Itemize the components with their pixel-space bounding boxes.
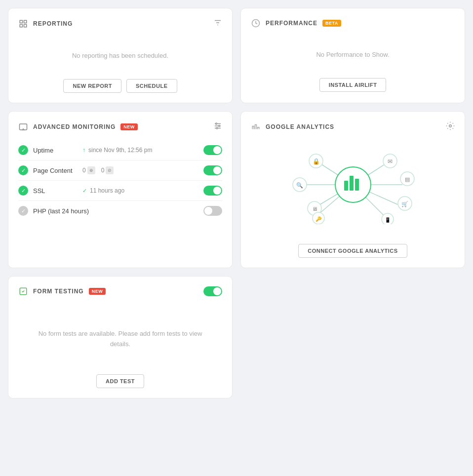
form-testing-title: FORM TESTING: [33, 288, 84, 295]
reporting-header: REPORTING: [18, 18, 222, 29]
uptime-label: Uptime: [33, 147, 82, 154]
analytics-gear-icon[interactable]: [446, 121, 455, 132]
svg-text:🔍: 🔍: [296, 182, 303, 189]
form-testing-btn-row: Add Test: [18, 374, 222, 388]
svg-text:📱: 📱: [385, 217, 391, 223]
uptime-toggle[interactable]: [203, 145, 222, 155]
analytics-diagram-svg: 🔒 ✉ ▤ 🛒 📱 🔍 🖥: [289, 145, 417, 224]
ssl-info: ✓ 11 hours ago: [82, 187, 203, 194]
php-label: PHP (last 24 hours): [33, 207, 89, 215]
ssl-check-icon: ✓: [82, 188, 87, 194]
ssl-toggle-knob: [213, 187, 221, 195]
svg-point-12: [216, 123, 217, 124]
form-testing-card: FORM TESTING NEW No form tests are avail…: [8, 276, 233, 398]
svg-text:🛒: 🛒: [401, 200, 408, 207]
page-content-toggle-knob: [213, 166, 221, 174]
page-content-count1: 0 ⊕: [82, 166, 95, 174]
analytics-header: GOOGLE ANALYTICS: [251, 121, 455, 132]
svg-point-15: [219, 125, 220, 127]
svg-point-18: [216, 127, 218, 129]
monitoring-settings-icon[interactable]: [213, 121, 222, 132]
form-testing-empty: No form tests are available. Please add …: [18, 304, 222, 364]
svg-text:🖥: 🖥: [312, 206, 317, 212]
svg-rect-2: [20, 25, 22, 27]
performance-btn-row: INSTALL AIRLIFT: [251, 78, 455, 92]
reporting-card: REPORTING No reporting has been schedule…: [8, 8, 233, 103]
analytics-diagram: 🔒 ✉ ▤ 🛒 📱 🔍 🖥: [251, 140, 455, 234]
form-testing-badge: NEW: [89, 288, 106, 295]
ssl-timestamp: 11 hours ago: [90, 187, 124, 194]
monitoring-icon: [18, 122, 28, 132]
performance-card: PERFORMANCE BETA No Performance to Show.…: [240, 8, 465, 103]
svg-rect-0: [20, 20, 22, 23]
page-content-status-icon: ✓: [18, 165, 28, 175]
svg-rect-30: [344, 181, 348, 191]
google-analytics-card: GOOGLE ANALYTICS: [240, 111, 465, 268]
svg-text:🔑: 🔑: [315, 216, 322, 222]
php-status-icon: ✓: [18, 206, 28, 216]
monitoring-badge: NEW: [120, 123, 138, 130]
svg-text:🔒: 🔒: [312, 158, 319, 165]
reporting-icon: [18, 19, 28, 29]
svg-rect-32: [355, 179, 359, 191]
page-content-info: 0 ⊕ 0 ⊘: [82, 166, 203, 174]
performance-title: PERFORMANCE: [266, 20, 317, 27]
php-row: ✓ PHP (last 24 hours): [18, 201, 222, 221]
reporting-empty: No reporting has been scheduled.: [18, 37, 222, 69]
analytics-title: GOOGLE ANALYTICS: [266, 123, 334, 130]
ssl-label: SSL: [33, 187, 82, 195]
performance-title-wrap: PERFORMANCE BETA: [251, 18, 341, 28]
add-test-button[interactable]: Add Test: [96, 374, 144, 388]
uptime-info: ↑ since Nov 9th, 12:56 pm: [82, 147, 203, 154]
analytics-icon: [251, 122, 261, 132]
uptime-arrow-icon: ↑: [82, 147, 85, 154]
ssl-status-icon: ✓: [18, 186, 28, 196]
uptime-row: ✓ Uptime ↑ since Nov 9th, 12:56 pm: [18, 140, 222, 160]
reporting-btn-row: NEW REPORT SCHEDULE: [18, 79, 222, 93]
page-content-count2: 0 ⊘: [101, 166, 114, 174]
page-content-icon1: ⊕: [87, 166, 95, 174]
php-toggle[interactable]: [203, 206, 222, 216]
form-testing-icon: [18, 286, 28, 296]
form-testing-toggle-knob: [213, 287, 221, 295]
advanced-monitoring-card: ADVANCED MONITORING NEW ✓ Uptime ↑ since…: [8, 111, 233, 268]
new-report-button[interactable]: NEW REPORT: [63, 79, 121, 93]
svg-rect-31: [350, 176, 354, 191]
monitoring-title: ADVANCED MONITORING: [33, 123, 116, 130]
svg-rect-1: [24, 20, 27, 23]
page-content-row: ✓ Page Content 0 ⊕ 0 ⊘: [18, 160, 222, 181]
monitoring-title-wrap: ADVANCED MONITORING NEW: [18, 122, 138, 132]
reporting-title-wrap: REPORTING: [18, 19, 73, 29]
performance-empty: No Performance to Show.: [251, 36, 455, 68]
svg-text:✉: ✉: [388, 158, 393, 165]
form-testing-header: FORM TESTING NEW: [18, 286, 222, 296]
performance-header: PERFORMANCE BETA: [251, 18, 455, 28]
ssl-row: ✓ SSL ✓ 11 hours ago: [18, 181, 222, 201]
connect-analytics-button[interactable]: Connect Google Analytics: [298, 244, 407, 258]
php-toggle-knob: [204, 207, 212, 215]
page-content-toggle[interactable]: [203, 165, 222, 175]
install-airlift-button[interactable]: INSTALL AIRLIFT: [319, 78, 387, 92]
schedule-button[interactable]: SCHEDULE: [126, 79, 177, 93]
performance-icon: [251, 18, 261, 28]
reporting-filter-icon[interactable]: [213, 18, 222, 29]
page-content-icon2: ⊘: [106, 166, 114, 174]
reporting-title: REPORTING: [33, 20, 73, 27]
analytics-title-wrap: GOOGLE ANALYTICS: [251, 122, 334, 132]
uptime-timestamp: since Nov 9th, 12:56 pm: [88, 147, 152, 154]
page-content-label: Page Content: [33, 167, 82, 174]
form-testing-title-wrap: FORM TESTING NEW: [18, 286, 106, 296]
uptime-toggle-knob: [213, 146, 221, 154]
uptime-status-icon: ✓: [18, 145, 28, 155]
svg-text:▤: ▤: [405, 176, 410, 182]
form-testing-toggle[interactable]: [203, 286, 222, 296]
monitoring-header: ADVANCED MONITORING NEW: [18, 121, 222, 132]
svg-rect-3: [24, 25, 27, 27]
performance-badge: BETA: [322, 20, 341, 27]
ssl-toggle[interactable]: [203, 186, 222, 196]
analytics-btn-row: Connect Google Analytics: [251, 244, 455, 258]
svg-point-20: [449, 125, 452, 127]
